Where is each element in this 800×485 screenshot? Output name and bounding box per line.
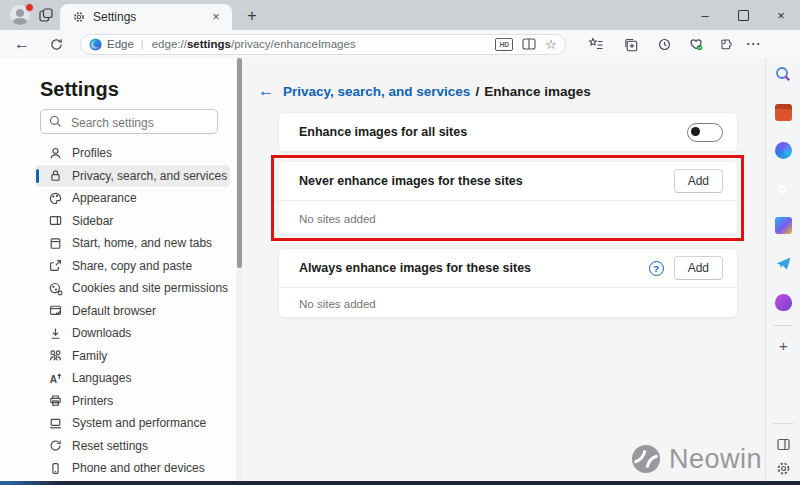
sidebar-item-sidebar[interactable]: Sidebar [36, 210, 230, 233]
drop-icon[interactable] [775, 255, 792, 272]
printers-icon [48, 393, 63, 408]
search-icon[interactable] [775, 66, 792, 83]
hd-icon[interactable]: HD [495, 38, 513, 51]
address-divider: | [141, 38, 144, 50]
avatar-body [12, 18, 28, 25]
setting-label: Never enhance images for these sites [299, 174, 674, 188]
url-rest: /privacy/enhanceImages [231, 38, 356, 50]
add-site-button[interactable]: Add [674, 169, 723, 193]
downloads-icon [48, 326, 63, 341]
collections-icon[interactable] [618, 33, 642, 55]
sidebar-item-reset[interactable]: Reset settings [36, 435, 230, 458]
sidebar-item-start-home[interactable]: Start, home, and new tabs [36, 232, 230, 255]
minimize-button[interactable]: – [686, 0, 724, 30]
split-screen-icon[interactable] [522, 38, 536, 50]
add-favorite-star-icon[interactable]: ☆ [545, 38, 557, 51]
edge-brand-label: Edge [107, 38, 134, 50]
languages-icon: A [48, 371, 63, 386]
sidebar-item-label: Printers [72, 394, 113, 408]
sidebar-item-label: Family [72, 349, 107, 363]
sidebar-item-label: Cookies and site permissions [72, 281, 228, 295]
sidebar-item-share-copy-paste[interactable]: Share, copy and paste [36, 255, 230, 278]
sidebar-item-label: Phone and other devices [72, 461, 205, 475]
edge-logo [89, 38, 102, 51]
sidebar-item-label: Reset settings [72, 439, 148, 453]
workspaces-icon[interactable] [38, 7, 54, 23]
more-icon[interactable]: ··· [742, 33, 766, 55]
page-title: Enhance images [484, 84, 591, 99]
extensions-icon[interactable] [714, 33, 738, 55]
sidebar-item-label: Share, copy and paste [72, 259, 192, 273]
side-panel-icon[interactable] [775, 436, 792, 453]
search-input[interactable] [69, 111, 215, 134]
designer-icon[interactable] [775, 217, 792, 234]
sidebar-item-downloads[interactable]: Downloads [36, 322, 230, 345]
window-controls: – × [686, 0, 800, 30]
empty-state-text: No sites added [279, 288, 737, 319]
sidebar-item-cookies[interactable]: Cookies and site permissions [36, 277, 230, 300]
sidebar-item-family[interactable]: Family [36, 345, 230, 368]
enhance-images-toggle[interactable] [687, 123, 723, 142]
notification-dot [25, 3, 34, 12]
sidebar-panel-icon [48, 213, 63, 228]
sidebar-item-label: Languages [72, 371, 131, 385]
add-icon[interactable]: + [775, 338, 792, 355]
sidebar-divider [773, 325, 793, 326]
breadcrumb-parent-link[interactable]: Privacy, search, and services [283, 84, 470, 99]
tab-strip: Settings × + – × [0, 0, 800, 30]
favorites-icon[interactable] [584, 33, 608, 55]
games-icon[interactable] [775, 294, 792, 311]
settings-search[interactable] [40, 109, 218, 134]
maximize-button[interactable] [724, 0, 762, 30]
setting-label: Always enhance images for these sites [299, 261, 649, 275]
sidebar-item-profiles[interactable]: Profiles [36, 142, 230, 165]
sidebar-item-label: Profiles [72, 146, 112, 160]
sidebar-item-languages[interactable]: A Languages [36, 367, 230, 390]
sidebar-item-system[interactable]: System and performance [36, 412, 230, 435]
history-icon[interactable] [652, 33, 676, 55]
refresh-icon[interactable] [44, 33, 68, 55]
profiles-icon [48, 146, 63, 161]
settings-sidebar: Settings Profiles Privacy, search, and s… [0, 58, 236, 481]
sidebar-item-default-browser[interactable]: Default browser [36, 300, 230, 323]
address-bar-actions: HD ☆ [495, 38, 557, 51]
content-area: Settings Profiles Privacy, search, and s… [0, 58, 800, 481]
breadcrumb-back-icon[interactable]: ← [258, 82, 274, 100]
sidebar-item-phone[interactable]: Phone and other devices [36, 457, 230, 480]
share-icon [48, 258, 63, 273]
sidebar-item-label: Sidebar [72, 214, 113, 228]
tab-close-icon[interactable]: × [208, 9, 224, 25]
settings-title: Settings [40, 78, 119, 101]
url-highlight: settings [187, 38, 231, 50]
search-icon [49, 115, 62, 128]
shopping-icon[interactable] [775, 104, 792, 121]
back-icon[interactable]: ← [10, 33, 34, 55]
url-text: edge://settings/privacy/enhanceImages [152, 38, 490, 50]
sidebar-item-label: System and performance [72, 416, 206, 430]
phone-icon [48, 461, 63, 476]
help-icon[interactable]: ? [649, 261, 664, 276]
sidebar-settings-icon[interactable] [775, 460, 792, 477]
browser-essentials-icon[interactable] [684, 33, 708, 55]
card-never-enhance-sites: Never enhance images for these sites Add… [278, 161, 738, 235]
sidebar-divider [773, 423, 793, 424]
address-bar[interactable]: Edge | edge://settings/privacy/enhanceIm… [80, 34, 566, 55]
appearance-icon [48, 191, 63, 206]
sidebar-item-printers[interactable]: Printers [36, 390, 230, 413]
card-enhance-all-sites: Enhance images for all sites [278, 112, 738, 152]
breadcrumb-separator: / [475, 84, 479, 99]
url-scheme: edge:// [152, 38, 187, 50]
default-browser-icon [48, 303, 63, 318]
sidebar-item-appearance[interactable]: Appearance [36, 187, 230, 210]
cookies-icon [48, 281, 63, 296]
toggle-knob [691, 127, 700, 136]
close-button[interactable]: × [762, 0, 800, 30]
new-tab-button[interactable]: + [240, 4, 264, 28]
sidebar-item-label: Default browser [72, 304, 156, 318]
tab-settings[interactable]: Settings × [60, 4, 232, 30]
add-site-button[interactable]: Add [674, 256, 723, 280]
copilot-swirl-icon[interactable] [775, 142, 792, 159]
sidebar-item-privacy[interactable]: Privacy, search, and services [36, 165, 230, 188]
browser-toolbar: ← Edge | edge://settings/privacy/enhance… [0, 30, 800, 59]
svg-text:A: A [50, 374, 58, 385]
